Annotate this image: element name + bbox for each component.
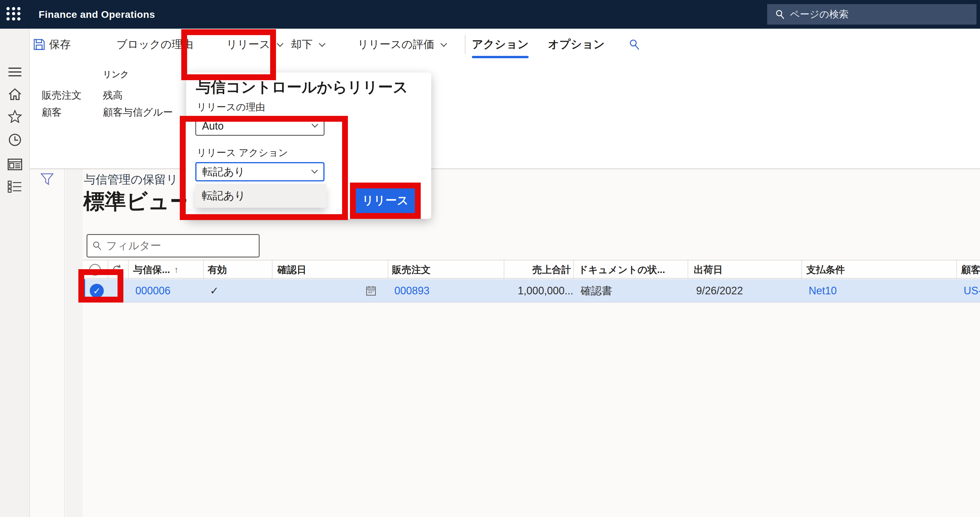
release-evaluation-menu-button[interactable]: リリースの評価 (358, 29, 445, 60)
column-header-sales-order[interactable]: 販売注文 (392, 260, 431, 279)
column-header-payment-terms[interactable]: 支払条件 (807, 260, 845, 279)
view-title[interactable]: 標準ビュー (83, 187, 191, 216)
favorites-star-icon[interactable] (6, 108, 24, 124)
column-header-sales-total[interactable]: 売上合計 (506, 260, 571, 279)
sales-order-link[interactable]: 販売注文 (42, 89, 81, 102)
calendar-icon[interactable] (366, 279, 376, 303)
reject-menu-label: 却下 (291, 37, 313, 52)
column-header-valid[interactable]: 有効 (208, 260, 227, 279)
cell-sales-total: 1,000,000... (508, 279, 573, 303)
cell-ship-date: 9/26/2022 (696, 279, 743, 303)
release-reason-combobox[interactable]: Auto (195, 116, 325, 136)
cell-valid-check: ✓ (210, 279, 219, 303)
app-title: Finance and Operations (38, 0, 155, 29)
table-row[interactable]: ✓ 000006 ✓ 000893 1,000,000... 確認書 9/26/… (83, 279, 980, 303)
tab-options-label: オプション (548, 37, 605, 52)
grid-filter-input[interactable] (106, 239, 247, 252)
cell-sales-order[interactable]: 000893 (395, 279, 430, 303)
customer-credit-group-link[interactable]: 顧客与信グルー (103, 105, 173, 119)
cell-credit-hold-id[interactable]: 000006 (135, 279, 170, 303)
chevron-down-icon (277, 40, 283, 47)
hamburger-menu-icon[interactable] (6, 64, 24, 80)
release-reason-value: Auto (202, 120, 224, 132)
page-caption: 与信管理の保留リ (84, 171, 178, 188)
workspace-form-icon[interactable] (6, 156, 24, 172)
balance-link[interactable]: 残高 (103, 89, 123, 102)
cell-customer[interactable]: US- (964, 279, 980, 303)
release-button[interactable]: リリース (354, 188, 416, 213)
release-menu-label: リリース (226, 37, 270, 52)
refresh-icon[interactable] (111, 260, 123, 279)
modules-list-icon[interactable] (6, 179, 24, 195)
column-header-ship-date[interactable]: 出荷日 (694, 260, 723, 279)
column-header-customer[interactable]: 顧客 (961, 260, 980, 279)
recent-clock-icon[interactable] (6, 132, 24, 148)
release-reason-label: リリースの理由 (197, 101, 265, 114)
tab-actions[interactable]: アクション (472, 29, 528, 60)
filter-pane-strip (30, 169, 65, 517)
page-search-box[interactable] (767, 4, 977, 25)
column-header-credit-hold[interactable]: 与信保... ↑ (133, 260, 179, 279)
block-reason-button[interactable]: ブロックの理由 (116, 29, 193, 60)
page-search-input[interactable] (790, 9, 954, 20)
save-label: 保存 (49, 37, 71, 52)
save-icon (33, 38, 45, 50)
select-all-radio[interactable] (89, 260, 101, 279)
search-icon (775, 9, 785, 19)
home-icon[interactable] (6, 86, 24, 102)
release-menu-button[interactable]: リリース (226, 29, 282, 60)
action-tab-content: リンク 販売注文 顧客 残高 顧客与信グルー (30, 60, 980, 169)
save-button[interactable]: 保存 (33, 29, 71, 60)
column-header-confirmed-date[interactable]: 確認日 (277, 260, 306, 279)
sort-ascending-icon: ↑ (174, 265, 179, 275)
release-action-combobox[interactable]: 転記あり (195, 162, 325, 181)
toolbar-search-icon[interactable] (628, 29, 640, 60)
top-navigation-bar: Finance and Operations (0, 0, 980, 29)
chevron-down-icon (319, 40, 326, 47)
release-evaluation-label: リリースの評価 (358, 37, 434, 52)
cell-payment-terms[interactable]: Net10 (809, 279, 837, 303)
grid-card: 与信管理の保留リ 標準ビュー 与信保... ↑ 有効 確認日 (83, 169, 980, 517)
release-action-value: 転記あり (202, 165, 245, 179)
chevron-down-icon (312, 121, 318, 128)
finance-and-operations-app: Finance and Operations (0, 0, 980, 517)
filter-funnel-icon[interactable] (40, 172, 54, 186)
release-action-label: リリース アクション (197, 146, 288, 160)
chevron-down-icon (441, 40, 447, 47)
row-selected-check[interactable]: ✓ (90, 279, 104, 303)
reject-menu-button[interactable]: 却下 (291, 29, 324, 60)
toolbar-divider (465, 35, 465, 54)
grid-filter-box[interactable] (86, 234, 259, 257)
flyout-title: 与信コントロールからリリース (196, 77, 408, 97)
left-nav-rail (0, 29, 30, 517)
block-reason-label: ブロックの理由 (116, 37, 193, 52)
customer-link[interactable]: 顧客 (42, 105, 62, 119)
grid-header-row: 与信保... ↑ 有効 確認日 販売注文 売上合計 ドキュメントの状... 出荷… (83, 260, 980, 279)
tab-actions-label: アクション (472, 37, 528, 52)
release-from-credit-control-flyout: 与信コントロールからリリース リリースの理由 Auto リリース アクション 転… (186, 73, 431, 219)
tab-options[interactable]: オプション (548, 29, 605, 60)
cell-document-status: 確認書 (581, 279, 612, 303)
search-icon (92, 241, 102, 251)
action-pane: 保存 ブロックの理由 リリース 却下 リリースの評価 アクション オプション (30, 29, 980, 60)
page-content: 与信管理の保留リ 標準ビュー 与信保... ↑ 有効 確認日 (65, 169, 980, 517)
column-header-document-status[interactable]: ドキュメントの状... (578, 260, 665, 279)
release-action-dropdown-option[interactable]: 転記あり (195, 184, 326, 208)
links-group-header: リンク (103, 69, 129, 80)
chevron-down-icon (311, 167, 318, 174)
waffle-menu-icon[interactable] (6, 7, 23, 22)
